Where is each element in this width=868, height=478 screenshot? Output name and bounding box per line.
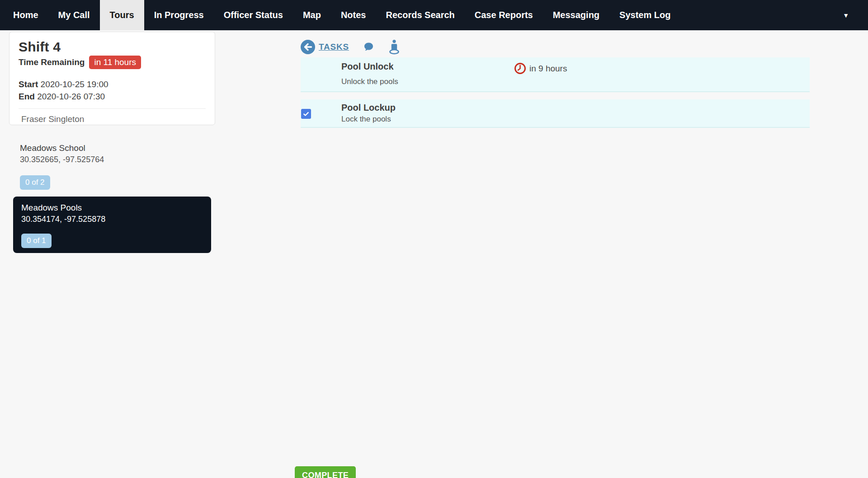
end-value: 2020-10-26 07:30 — [37, 92, 105, 101]
nav-item-records-search[interactable]: Records Search — [376, 0, 464, 30]
task-list: Pool Unlock Unlock the pools in 9 hours — [301, 57, 810, 128]
task-row-pool-lockup: Pool Lockup Lock the pools — [301, 99, 810, 128]
tasks-header: TASKS — [301, 40, 810, 54]
shift-title: Shift 4 — [19, 39, 206, 55]
start-value: 2020-10-25 19:00 — [41, 80, 108, 89]
chat-bubble-icon[interactable] — [363, 42, 374, 52]
complete-button[interactable]: COMPLETE — [295, 466, 356, 478]
task-row-pool-unlock: Pool Unlock Unlock the pools in 9 hours — [301, 57, 810, 92]
location-item-meadows-pools[interactable]: Meadows Pools 30.354174, -97.525878 0 of… — [13, 197, 211, 253]
shift-start-line: Start 2020-10-25 19:00 — [19, 78, 206, 90]
location-name: Meadows Pools — [21, 203, 203, 213]
end-label: End — [19, 92, 35, 101]
officer-name: Fraser Singleton — [19, 114, 206, 124]
nav-item-messaging[interactable]: Messaging — [543, 0, 609, 30]
clock-icon — [514, 62, 526, 75]
tasks-link[interactable]: TASKS — [319, 42, 349, 52]
task-title: Pool Lockup — [341, 103, 810, 113]
shift-card: Shift 4 Time Remaining in 11 hours Start… — [9, 32, 215, 125]
nav-item-officer-status[interactable]: Officer Status — [214, 0, 293, 30]
nav-item-system-log[interactable]: System Log — [609, 0, 680, 30]
location-item-meadows-school[interactable]: Meadows School 30.352665, -97.525764 0 o… — [9, 143, 215, 190]
nav-item-map[interactable]: Map — [293, 0, 331, 30]
location-name: Meadows School — [20, 143, 215, 153]
location-progress-badge: 0 of 2 — [20, 175, 50, 190]
nav-item-notes[interactable]: Notes — [331, 0, 376, 30]
person-location-icon[interactable] — [388, 39, 400, 55]
location-progress-badge: 0 of 1 — [21, 234, 52, 248]
task-description: Unlock the pools — [341, 77, 810, 86]
start-label: Start — [19, 80, 38, 89]
time-remaining-badge: in 11 hours — [89, 56, 141, 69]
task-description: Lock the pools — [341, 115, 810, 124]
nav-item-tours[interactable]: Tours — [100, 0, 144, 30]
nav-item-in-progress[interactable]: In Progress — [144, 0, 214, 30]
chevron-down-icon[interactable]: ▼ — [843, 0, 849, 30]
nav-item-case-reports[interactable]: Case Reports — [465, 0, 543, 30]
time-remaining-label: Time Remaining — [19, 57, 85, 67]
nav-item-home[interactable]: Home — [3, 0, 48, 30]
back-arrow-icon[interactable] — [301, 40, 315, 54]
task-due-text: in 9 hours — [529, 64, 567, 74]
location-coords: 30.354174, -97.525878 — [21, 215, 203, 224]
top-nav: Home My Call Tours In Progress Officer S… — [0, 0, 868, 30]
nav-item-my-call[interactable]: My Call — [48, 0, 100, 30]
shift-end-line: End 2020-10-26 07:30 — [19, 90, 206, 103]
task-title: Pool Unlock — [341, 61, 810, 72]
task-due: in 9 hours — [514, 62, 567, 75]
task-checkbox-checked[interactable] — [301, 109, 311, 119]
location-coords: 30.352665, -97.525764 — [20, 155, 215, 164]
shift-card-divider — [19, 108, 206, 109]
